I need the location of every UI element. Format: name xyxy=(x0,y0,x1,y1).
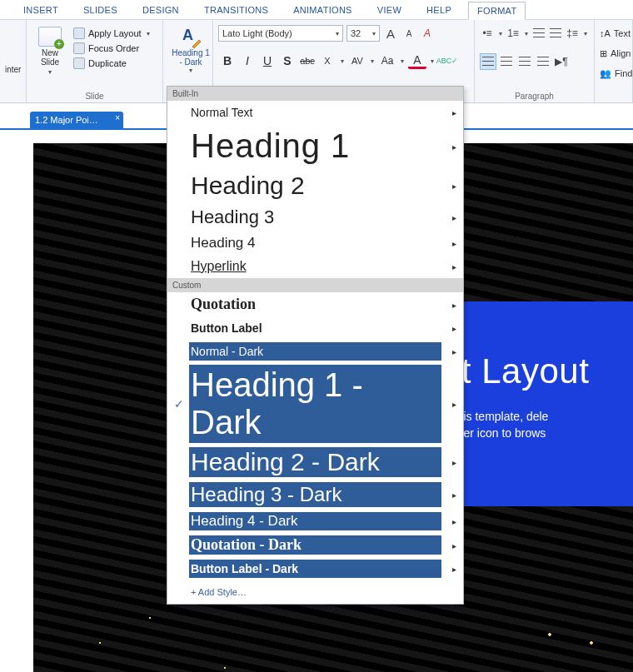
spellcheck-button[interactable]: ABC✓ xyxy=(438,52,456,70)
find-button[interactable]: 👥Find xyxy=(600,63,627,83)
ribbon-group-partial: inter xyxy=(0,20,27,102)
align-right-button[interactable] xyxy=(516,53,533,70)
apply-layout-button[interactable]: Apply Layout ▾ xyxy=(70,27,153,40)
align-center-button[interactable] xyxy=(498,53,515,70)
chevron-right-icon[interactable]: ▸ xyxy=(452,300,456,309)
duplicate-icon xyxy=(73,57,85,69)
style-option-label: Heading 4 - Dark xyxy=(191,513,298,530)
direction-button[interactable]: ▶¶ xyxy=(553,53,570,70)
chevron-down-icon[interactable]: ▾ xyxy=(368,57,376,65)
chevron-right-icon[interactable]: ▸ xyxy=(452,400,456,409)
chevron-down-icon: ▾ xyxy=(147,30,150,37)
font-color-button[interactable]: A xyxy=(408,53,426,69)
style-option[interactable]: Heading 2 - Dark▸ xyxy=(167,445,463,480)
chevron-right-icon[interactable]: ▸ xyxy=(452,142,456,151)
tab-format[interactable]: FORMAT xyxy=(468,2,526,20)
close-icon[interactable]: × xyxy=(115,113,120,122)
style-option[interactable]: Quotation - Dark▸ xyxy=(167,533,463,557)
chevron-right-icon[interactable]: ▸ xyxy=(452,324,456,333)
style-option[interactable]: Hyperlink▸ xyxy=(167,255,463,278)
new-slide-label: New Slide xyxy=(41,48,59,67)
style-option-label: Heading 1 - Dark xyxy=(191,366,440,441)
style-option[interactable]: Normal Text▸ xyxy=(167,101,463,124)
style-option[interactable]: Button Label▸ xyxy=(167,316,463,340)
chevron-right-icon[interactable]: ▸ xyxy=(452,182,456,191)
style-option-label: Quotation xyxy=(191,296,256,313)
style-option-label: Heading 1 xyxy=(191,127,350,165)
chevron-down-icon[interactable]: ▾ xyxy=(338,57,346,65)
ribbon-group-right: ↕AText ⊞Align 👥Find xyxy=(595,20,633,102)
outdent-button[interactable] xyxy=(531,25,546,42)
style-option-label: Heading 2 xyxy=(191,172,305,200)
superscript-button[interactable]: X xyxy=(318,52,336,70)
case-button[interactable]: Aa xyxy=(378,52,396,70)
font-size-select[interactable]: 32 ▾ xyxy=(346,25,380,42)
text-style-dropdown-panel: Built-In Normal Text▸Heading 1▸Heading 2… xyxy=(167,86,464,605)
new-slide-button[interactable]: + New Slide ▾ xyxy=(32,23,68,79)
numbering-button[interactable]: 1≡ xyxy=(506,25,521,42)
chevron-down-icon[interactable]: ▾ xyxy=(398,57,406,65)
italic-button[interactable]: I xyxy=(238,52,257,70)
spacing-button[interactable]: AV xyxy=(348,52,366,70)
chevron-right-icon[interactable]: ▸ xyxy=(452,490,456,500)
style-option[interactable]: Heading 4 - Dark▸ xyxy=(167,510,463,533)
style-option[interactable]: ✓Heading 1 - Dark▸ xyxy=(167,363,463,445)
focus-icon xyxy=(73,42,85,54)
line-spacing-button[interactable]: ‡≡ xyxy=(565,25,580,42)
chevron-right-icon[interactable]: ▸ xyxy=(452,239,456,248)
shrink-font-button[interactable]: A xyxy=(401,26,416,41)
font-name-value: Lato Light (Body) xyxy=(222,28,292,38)
justify-button[interactable] xyxy=(535,53,551,70)
style-option-label: Normal - Dark xyxy=(191,345,263,358)
style-option[interactable]: Quotation▸ xyxy=(167,292,463,316)
style-option[interactable]: Heading 1▸ xyxy=(167,124,463,168)
style-option[interactable]: Heading 4▸ xyxy=(167,231,463,255)
tab-slides[interactable]: SLIDES xyxy=(75,2,126,18)
duplicate-button[interactable]: Duplicate xyxy=(70,57,153,70)
chevron-down-icon[interactable]: ▾ xyxy=(496,30,504,37)
tab-design[interactable]: DESIGN xyxy=(134,2,187,18)
tab-transitions[interactable]: TRANSITIONS xyxy=(196,2,277,18)
chevron-right-icon[interactable]: ▸ xyxy=(452,565,456,574)
style-option[interactable]: Button Label - Dark▸ xyxy=(167,557,463,580)
style-option[interactable]: Heading 3▸ xyxy=(167,203,463,231)
tab-insert[interactable]: INSERT xyxy=(15,2,67,18)
text-style-dropdown[interactable]: Heading 1 - Dark ▾ xyxy=(168,23,213,74)
style-option-label: Heading 4 xyxy=(191,235,256,251)
chevron-right-icon[interactable]: ▸ xyxy=(452,517,456,526)
grow-font-button[interactable]: A xyxy=(383,26,398,41)
slide-tab[interactable]: 1.2 Major Poi… × xyxy=(30,112,123,128)
tab-animations[interactable]: ANIMATIONS xyxy=(285,2,361,18)
style-option[interactable]: Heading 2▸ xyxy=(167,168,463,203)
tab-help[interactable]: HELP xyxy=(418,2,460,18)
focus-order-button[interactable]: Focus Order xyxy=(70,42,153,55)
apply-layout-label: Apply Layout xyxy=(88,28,142,38)
style-option[interactable]: Normal - Dark▸ xyxy=(167,340,463,363)
ribbon-group-slide: + New Slide ▾ Apply Layout ▾ Focus Order… xyxy=(27,20,163,102)
chevron-down-icon[interactable]: ▾ xyxy=(581,30,589,37)
align-left-button[interactable] xyxy=(480,53,496,70)
chevron-right-icon[interactable]: ▸ xyxy=(452,262,456,271)
style-option[interactable]: Heading 3 - Dark▸ xyxy=(167,480,463,510)
strike-button[interactable]: abc xyxy=(298,52,316,70)
tab-view[interactable]: VIEW xyxy=(369,2,410,18)
add-style-button[interactable]: + Add Style… xyxy=(167,580,463,604)
align-objects-button[interactable]: ⊞Align xyxy=(600,43,627,63)
font-name-select[interactable]: Lato Light (Body) ▾ xyxy=(218,25,343,42)
shadow-button[interactable]: S xyxy=(278,52,297,70)
chevron-right-icon[interactable]: ▸ xyxy=(452,347,456,356)
chevron-right-icon[interactable]: ▸ xyxy=(452,108,456,117)
chevron-down-icon[interactable]: ▾ xyxy=(428,57,436,65)
underline-button[interactable]: U xyxy=(258,52,277,70)
chevron-right-icon[interactable]: ▸ xyxy=(452,458,456,467)
style-option-label: Hyperlink xyxy=(191,259,247,274)
chevron-down-icon[interactable]: ▾ xyxy=(522,30,530,37)
chevron-right-icon[interactable]: ▸ xyxy=(452,540,456,550)
indent-button[interactable] xyxy=(548,25,563,42)
text-direction-button[interactable]: ↕AText xyxy=(600,23,627,43)
chevron-right-icon[interactable]: ▸ xyxy=(452,213,456,222)
style-option-label: Button Label xyxy=(191,321,262,335)
clear-format-button[interactable]: A xyxy=(420,26,435,41)
bold-button[interactable]: B xyxy=(218,52,237,70)
bullets-button[interactable]: •≡ xyxy=(480,25,495,42)
